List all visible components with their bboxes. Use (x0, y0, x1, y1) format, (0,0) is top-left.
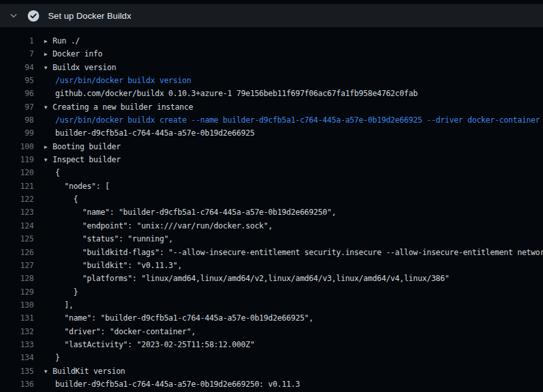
line-number[interactable]: 127 (0, 259, 34, 272)
line-number[interactable]: 97 (0, 101, 34, 114)
check-circle-icon (27, 10, 40, 22)
log-line: 96github.com/docker/buildx 0.10.3+azure-… (0, 87, 543, 100)
group-label: BuildKit version (53, 367, 125, 376)
log-line: 98/usr/bin/docker buildx create --name b… (0, 114, 543, 127)
output-text: } (34, 286, 78, 299)
line-number[interactable]: 136 (0, 378, 34, 391)
group-label: Run ./ (53, 36, 80, 45)
output-text: "nodes": [ (34, 180, 110, 193)
line-number[interactable]: 124 (0, 219, 34, 232)
line-number[interactable]: 99 (0, 127, 34, 140)
log-line: 130 ], (0, 299, 543, 312)
group-label: Inspect builder (53, 155, 121, 164)
output-text: "driver": "docker-container", (34, 325, 196, 338)
output-text: "lastActivity": "2023-02-25T11:58:12.000… (34, 338, 255, 351)
log-group-header[interactable]: ▶Booting builder (34, 140, 121, 153)
line-number[interactable]: 129 (0, 286, 34, 299)
log-group-header[interactable]: ▼BuildKit version (34, 365, 125, 378)
log-line: 133 "lastActivity": "2023-02-25T11:58:12… (0, 338, 543, 351)
line-number[interactable]: 125 (0, 232, 34, 245)
line-number[interactable]: 135 (0, 365, 34, 378)
log-line: 99builder-d9cfb5a1-c764-445a-a57e-0b19d2… (0, 127, 543, 140)
log-line: 131 "name": "builder-d9cfb5a1-c764-445a-… (0, 312, 543, 325)
output-text: builder-d9cfb5a1-c764-445a-a57e-0b19d2e6… (34, 378, 300, 391)
command-text: /usr/bin/docker buildx create --name bui… (34, 114, 540, 127)
output-text: ], (34, 299, 73, 312)
triangle-collapsed-icon[interactable]: ▶ (44, 48, 53, 60)
command-text: /usr/bin/docker buildx version (34, 74, 191, 87)
log-line: 122 { (0, 193, 543, 206)
line-number[interactable]: 131 (0, 312, 34, 325)
line-number[interactable]: 134 (0, 351, 34, 364)
log-lines: 1▶Run ./7▶Docker info94▼Buildx version95… (0, 34, 543, 391)
triangle-expanded-icon[interactable]: ▼ (44, 365, 53, 378)
output-text: github.com/docker/buildx 0.10.3+azure-1 … (34, 87, 418, 100)
log-line: 136builder-d9cfb5a1-c764-445a-a57e-0b19d… (0, 378, 543, 391)
group-label: Buildx version (53, 63, 116, 72)
log-line: 1▶Run ./ (0, 34, 543, 47)
step-header[interactable]: Set up Docker Buildx (0, 4, 543, 27)
line-number[interactable]: 95 (0, 74, 34, 87)
triangle-collapsed-icon[interactable]: ▶ (44, 141, 53, 153)
output-text: "status": "running", (34, 232, 173, 245)
output-text: } (34, 351, 60, 364)
output-text: "buildkit": "v0.11.3", (34, 259, 182, 272)
log-line: 124 "endpoint": "unix:///var/run/docker.… (0, 219, 543, 232)
log-line: 119▼Inspect builder (0, 153, 543, 166)
log-line: 7▶Docker info (0, 47, 543, 60)
triangle-expanded-icon[interactable]: ▼ (44, 62, 53, 74)
line-number[interactable]: 7 (0, 47, 34, 60)
group-label: Creating a new builder instance (53, 103, 193, 112)
line-number[interactable]: 96 (0, 87, 34, 100)
log-line: 95/usr/bin/docker buildx version (0, 74, 543, 87)
line-number[interactable]: 133 (0, 338, 34, 351)
output-text: "endpoint": "unix:///var/run/docker.sock… (34, 219, 273, 232)
line-number[interactable]: 132 (0, 325, 34, 338)
log-line: 125 "status": "running", (0, 232, 543, 245)
line-number[interactable]: 122 (0, 193, 34, 206)
step-title: Set up Docker Buildx (48, 11, 131, 21)
log-group-header[interactable]: ▼Creating a new builder instance (34, 101, 193, 114)
log-line: 120{ (0, 166, 543, 179)
triangle-expanded-icon[interactable]: ▼ (44, 101, 53, 114)
output-text: "name": "builder-d9cfb5a1-c764-445a-a57e… (34, 206, 336, 219)
line-number[interactable]: 128 (0, 272, 34, 285)
log-line: 97▼Creating a new builder instance (0, 101, 543, 114)
log-group-header[interactable]: ▶Run ./ (34, 34, 80, 47)
log-line: 127 "buildkit": "v0.11.3", (0, 259, 543, 272)
line-number[interactable]: 120 (0, 166, 34, 179)
line-number[interactable]: 123 (0, 206, 34, 219)
log-line: 100▶Booting builder (0, 140, 543, 153)
log-line: 128 "platforms": "linux/amd64,linux/amd6… (0, 272, 543, 285)
output-text: builder-d9cfb5a1-c764-445a-a57e-0b19d2e6… (34, 127, 255, 140)
line-number[interactable]: 121 (0, 180, 34, 193)
triangle-collapsed-icon[interactable]: ▶ (44, 35, 53, 47)
log-line: 129 } (0, 286, 543, 299)
line-number[interactable]: 98 (0, 114, 34, 127)
output-text: "buildkitd-flags": "--allow-insecure-ent… (34, 246, 543, 259)
log-line: 134} (0, 351, 543, 364)
triangle-expanded-icon[interactable]: ▼ (44, 154, 53, 166)
log-group-header[interactable]: ▼Buildx version (34, 61, 116, 74)
log-line: 123 "name": "builder-d9cfb5a1-c764-445a-… (0, 206, 543, 219)
line-number[interactable]: 119 (0, 153, 34, 166)
line-number[interactable]: 126 (0, 246, 34, 259)
line-number[interactable]: 94 (0, 61, 34, 74)
line-number[interactable]: 1 (0, 34, 34, 47)
log-group-header[interactable]: ▶Docker info (34, 47, 103, 60)
log-line: 121 "nodes": [ (0, 180, 543, 193)
output-text: { (34, 193, 78, 206)
log-line: 126 "buildkitd-flags": "--allow-insecure… (0, 246, 543, 259)
line-number[interactable]: 130 (0, 299, 34, 312)
group-label: Booting builder (53, 142, 121, 151)
output-text: { (34, 166, 60, 179)
log-line: 94▼Buildx version (0, 61, 543, 74)
log-group-header[interactable]: ▼Inspect builder (34, 153, 121, 166)
output-text: "platforms": "linux/amd64,linux/amd64/v2… (34, 272, 449, 285)
output-text: "name": "builder-d9cfb5a1-c764-445a-a57e… (34, 312, 314, 325)
log-line: 132 "driver": "docker-container", (0, 325, 543, 338)
group-label: Docker info (53, 49, 103, 58)
log-line: 135▼BuildKit version (0, 365, 543, 378)
line-number[interactable]: 100 (0, 140, 34, 153)
chevron-down-icon[interactable] (8, 10, 19, 21)
